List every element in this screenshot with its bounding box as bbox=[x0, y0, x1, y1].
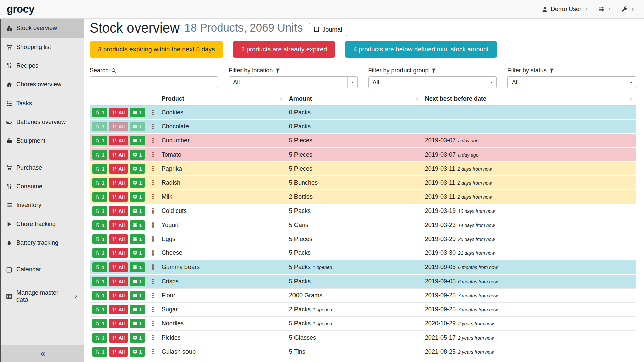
expired-badge[interactable]: 2 products are already expired bbox=[233, 41, 336, 58]
consume-one-button[interactable]: 1 bbox=[92, 277, 107, 286]
consume-all-button[interactable]: All bbox=[109, 150, 128, 160]
consume-all-button[interactable]: All bbox=[109, 220, 128, 230]
consume-all-button[interactable]: All bbox=[109, 192, 128, 202]
consume-one-button[interactable]: 1 bbox=[92, 347, 107, 357]
consume-all-button[interactable]: All bbox=[109, 305, 128, 314]
consume-one-button[interactable]: 1 bbox=[92, 262, 107, 272]
row-menu-button[interactable]: ⋮ bbox=[150, 151, 156, 158]
row-menu-button[interactable]: ⋮ bbox=[150, 292, 156, 299]
status-filter-select[interactable]: All bbox=[507, 76, 636, 88]
tools-menu[interactable] bbox=[622, 6, 635, 12]
open-one-button[interactable]: 1 bbox=[130, 178, 145, 188]
row-menu-button[interactable]: ⋮ bbox=[150, 236, 156, 242]
sidebar-item-tasks[interactable]: Tasks bbox=[1, 94, 84, 113]
row-menu-button[interactable]: ⋮ bbox=[150, 137, 156, 144]
row-menu-button[interactable]: ⋮ bbox=[150, 222, 156, 228]
amount-column-header[interactable]: Amount bbox=[286, 93, 422, 105]
below-min-stock-badge[interactable]: 4 products are below defined min. stock … bbox=[345, 41, 497, 58]
consume-one-button[interactable]: 1 bbox=[92, 164, 107, 174]
best-before-column-header[interactable]: Next best before date bbox=[422, 93, 636, 105]
open-one-button[interactable]: 1 bbox=[130, 305, 145, 314]
row-menu-button[interactable]: ⋮ bbox=[150, 278, 156, 285]
open-one-button[interactable]: 1 bbox=[130, 136, 145, 145]
app-logo[interactable]: grocy bbox=[7, 3, 34, 15]
expiring-soon-badge[interactable]: 3 products expiring within the next 5 da… bbox=[90, 41, 223, 58]
location-filter-select[interactable]: All bbox=[229, 76, 357, 88]
sidebar-item-chores-overview[interactable]: Chores overview bbox=[1, 75, 84, 94]
consume-one-button[interactable]: 1 bbox=[92, 122, 107, 131]
settings-menu[interactable] bbox=[598, 6, 611, 12]
open-one-button[interactable]: 1 bbox=[130, 192, 145, 202]
sidebar-item-recipes[interactable]: Recipes bbox=[1, 56, 84, 75]
consume-one-button[interactable]: 1 bbox=[92, 333, 107, 343]
open-one-button[interactable]: 1 bbox=[130, 122, 145, 131]
consume-one-button[interactable]: 1 bbox=[92, 150, 107, 160]
consume-one-button[interactable]: 1 bbox=[92, 178, 107, 188]
sidebar-item-purchase[interactable]: Purchase bbox=[1, 158, 84, 177]
consume-one-button[interactable]: 1 bbox=[92, 305, 107, 314]
consume-all-button[interactable]: All bbox=[109, 248, 128, 258]
sidebar-item-calendar[interactable]: Calendar bbox=[1, 260, 84, 279]
sidebar-item-stock-overview[interactable]: Stock overview bbox=[1, 19, 84, 38]
row-menu-button[interactable]: ⋮ bbox=[150, 193, 156, 200]
open-one-button[interactable]: 1 bbox=[130, 164, 145, 174]
row-menu-button[interactable]: ⋮ bbox=[150, 165, 156, 172]
open-one-button[interactable]: 1 bbox=[130, 108, 145, 117]
consume-all-button[interactable]: All bbox=[109, 277, 128, 286]
row-menu-button[interactable]: ⋮ bbox=[150, 179, 156, 186]
user-menu[interactable]: Demo User bbox=[542, 6, 588, 13]
sidebar-item-consume[interactable]: Consume bbox=[1, 177, 84, 196]
consume-one-button[interactable]: 1 bbox=[92, 319, 107, 328]
sidebar-item-equipment[interactable]: Equipment bbox=[1, 131, 84, 150]
row-menu-button[interactable]: ⋮ bbox=[150, 109, 156, 116]
consume-one-button[interactable]: 1 bbox=[92, 291, 107, 300]
row-menu-button[interactable]: ⋮ bbox=[150, 348, 156, 355]
product-group-filter-select[interactable]: All bbox=[368, 76, 497, 88]
sidebar-item-shopping-list[interactable]: Shopping list bbox=[1, 38, 84, 56]
consume-all-button[interactable]: All bbox=[109, 319, 128, 328]
consume-all-button[interactable]: All bbox=[109, 136, 128, 145]
open-one-button[interactable]: 1 bbox=[130, 291, 145, 300]
row-menu-button[interactable]: ⋮ bbox=[150, 320, 156, 327]
consume-all-button[interactable]: All bbox=[109, 291, 128, 300]
open-one-button[interactable]: 1 bbox=[130, 234, 145, 244]
open-one-button[interactable]: 1 bbox=[130, 347, 145, 357]
open-one-button[interactable]: 1 bbox=[130, 333, 145, 343]
product-column-header[interactable]: Product bbox=[159, 93, 286, 105]
open-one-button[interactable]: 1 bbox=[130, 248, 145, 258]
open-one-button[interactable]: 1 bbox=[130, 150, 145, 160]
sidebar-item-battery-tracking[interactable]: Battery tracking bbox=[1, 233, 84, 252]
consume-all-button[interactable]: All bbox=[109, 234, 128, 244]
row-menu-button[interactable]: ⋮ bbox=[150, 306, 156, 313]
row-menu-button[interactable]: ⋮ bbox=[150, 264, 156, 270]
consume-one-button[interactable]: 1 bbox=[92, 108, 107, 117]
consume-all-button[interactable]: All bbox=[109, 347, 128, 357]
open-one-button[interactable]: 1 bbox=[130, 220, 145, 230]
consume-all-button[interactable]: All bbox=[109, 164, 128, 174]
open-one-button[interactable]: 1 bbox=[130, 206, 145, 216]
row-menu-button[interactable]: ⋮ bbox=[150, 334, 156, 341]
consume-all-button[interactable]: All bbox=[109, 333, 128, 343]
open-one-button[interactable]: 1 bbox=[130, 277, 145, 286]
consume-all-button[interactable]: All bbox=[109, 262, 128, 272]
consume-all-button[interactable]: All bbox=[109, 122, 128, 131]
sidebar-item-chore-tracking[interactable]: Chore tracking bbox=[1, 215, 84, 233]
open-one-button[interactable]: 1 bbox=[130, 319, 145, 328]
consume-one-button[interactable]: 1 bbox=[92, 206, 107, 216]
row-menu-button[interactable]: ⋮ bbox=[150, 123, 156, 130]
row-menu-button[interactable]: ⋮ bbox=[150, 250, 156, 256]
sidebar-item-manage-master-data[interactable]: Manage master data bbox=[1, 287, 84, 306]
open-one-button[interactable]: 1 bbox=[130, 262, 145, 272]
consume-all-button[interactable]: All bbox=[109, 206, 128, 216]
consume-one-button[interactable]: 1 bbox=[92, 192, 107, 202]
row-menu-button[interactable]: ⋮ bbox=[150, 207, 156, 214]
consume-one-button[interactable]: 1 bbox=[92, 248, 107, 258]
consume-all-button[interactable]: All bbox=[109, 108, 128, 117]
search-input[interactable] bbox=[90, 76, 218, 88]
consume-one-button[interactable]: 1 bbox=[92, 136, 107, 145]
consume-one-button[interactable]: 1 bbox=[92, 220, 107, 230]
sidebar-item-batteries-overview[interactable]: Batteries overview bbox=[1, 113, 84, 131]
consume-one-button[interactable]: 1 bbox=[92, 234, 107, 244]
sidebar-collapse-button[interactable]: « bbox=[1, 345, 84, 362]
sidebar-item-inventory[interactable]: Inventory bbox=[1, 196, 84, 215]
